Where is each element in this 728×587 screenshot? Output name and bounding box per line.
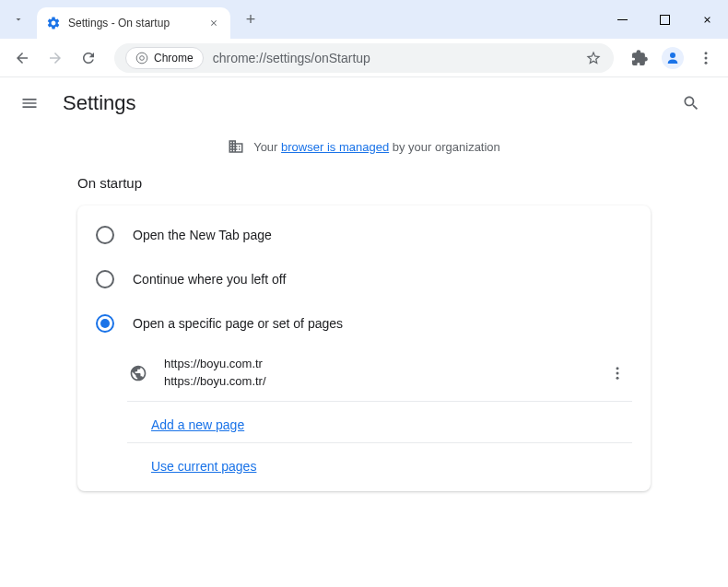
url-text: chrome://settings/onStartup xyxy=(213,51,575,65)
svg-point-5 xyxy=(705,52,708,54)
reload-button[interactable] xyxy=(74,43,103,73)
page-more-button[interactable] xyxy=(603,358,632,388)
hamburger-menu-icon[interactable] xyxy=(18,92,41,114)
svg-point-7 xyxy=(705,61,708,64)
browser-tab[interactable]: Settings - On startup xyxy=(37,7,230,39)
maximize-button[interactable] xyxy=(643,0,686,39)
more-vert-icon xyxy=(609,365,626,382)
radio-label-specific: Open a specific page or set of pages xyxy=(133,316,343,331)
managed-suffix: by your organization xyxy=(393,140,500,154)
managed-banner: Your browser is managed by your organiza… xyxy=(0,129,728,164)
extensions-button[interactable] xyxy=(625,43,654,73)
radio-icon xyxy=(96,226,114,244)
managed-prefix: Your xyxy=(253,140,277,154)
radio-icon xyxy=(96,270,114,288)
use-current-link[interactable]: Use current pages xyxy=(151,459,256,474)
svg-point-10 xyxy=(616,377,619,380)
window-title-bar: Settings - On startup + xyxy=(0,0,728,39)
svg-rect-1 xyxy=(660,15,669,24)
chrome-menu-button[interactable] xyxy=(691,43,721,73)
svg-point-9 xyxy=(616,371,619,374)
chrome-logo-icon xyxy=(135,52,148,65)
settings-favicon-icon xyxy=(46,16,61,30)
address-bar[interactable]: Chrome chrome://settings/onStartup xyxy=(114,43,614,73)
add-page-link[interactable]: Add a new page xyxy=(151,417,244,432)
minimize-button[interactable] xyxy=(601,0,643,39)
domain-icon xyxy=(228,138,244,155)
svg-point-3 xyxy=(140,55,145,60)
managed-link[interactable]: browser is managed xyxy=(281,140,389,154)
profile-button[interactable] xyxy=(658,43,687,73)
page-info: https://boyu.com.tr https://boyu.com.tr/ xyxy=(164,357,586,390)
browser-toolbar: Chrome chrome://settings/onStartup xyxy=(0,39,728,77)
svg-point-8 xyxy=(616,367,619,370)
globe-icon xyxy=(129,364,147,382)
search-icon xyxy=(682,94,700,112)
new-tab-button[interactable]: + xyxy=(238,6,264,32)
page-title-text: https://boyu.com.tr xyxy=(164,357,586,372)
radio-continue[interactable]: Continue where you left off xyxy=(77,257,651,301)
add-page-row: Add a new page xyxy=(127,401,632,442)
radio-new-tab[interactable]: Open the New Tab page xyxy=(77,213,651,257)
search-button[interactable] xyxy=(673,85,710,122)
section-title: On startup xyxy=(22,164,706,205)
forward-button[interactable] xyxy=(41,43,70,73)
svg-point-6 xyxy=(705,56,708,59)
radio-label-continue: Continue where you left off xyxy=(133,272,286,287)
radio-icon-selected xyxy=(96,314,114,333)
back-button[interactable] xyxy=(7,43,37,73)
radio-label-new-tab: Open the New Tab page xyxy=(133,228,272,242)
radio-specific[interactable]: Open a specific page or set of pages xyxy=(77,301,651,346)
avatar-icon xyxy=(662,47,684,69)
tab-search-dropdown[interactable] xyxy=(0,0,37,39)
window-controls xyxy=(601,0,728,39)
svg-point-4 xyxy=(670,53,675,58)
bookmark-star-icon[interactable] xyxy=(584,49,603,67)
page-title: Settings xyxy=(63,91,136,115)
tab-close-icon[interactable] xyxy=(206,16,221,30)
startup-page-row: https://boyu.com.tr https://boyu.com.tr/ xyxy=(77,346,651,401)
tab-title: Settings - On startup xyxy=(68,17,199,29)
page-url: https://boyu.com.tr/ xyxy=(164,374,586,390)
close-window-button[interactable] xyxy=(686,0,728,39)
startup-card: Open the New Tab page Continue where you… xyxy=(77,205,651,491)
content-area: On startup Open the New Tab page Continu… xyxy=(0,164,728,491)
settings-header: Settings xyxy=(0,77,728,129)
use-current-row: Use current pages xyxy=(127,442,632,484)
chrome-chip: Chrome xyxy=(125,47,204,69)
svg-point-2 xyxy=(136,53,147,64)
chrome-chip-label: Chrome xyxy=(154,52,194,65)
svg-rect-0 xyxy=(617,19,628,20)
